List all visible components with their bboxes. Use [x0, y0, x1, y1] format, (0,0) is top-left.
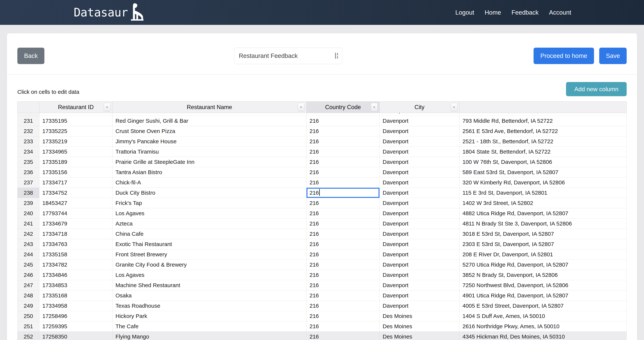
data-cell-id[interactable]: 17334763 — [39, 239, 112, 249]
data-cell-address[interactable]: 100 W 76th St, Davenport, IA 52806 — [460, 157, 627, 167]
data-cell-city[interactable]: Davenport — [380, 249, 460, 260]
data-cell-name[interactable]: Crust Stone Oven Pizza — [112, 126, 306, 136]
data-cell-address[interactable]: 115 E 3rd St, Davenport, IA 52801 — [460, 188, 627, 198]
column-header-restaurant-id[interactable]: Restaurant ID▼ — [39, 101, 112, 113]
data-cell-name[interactable]: Osaka — [112, 290, 306, 301]
data-cell-address[interactable]: 4882 Utica Ridge Rd, Davenport, IA 52807 — [460, 208, 627, 219]
data-cell-country[interactable]: 216 — [306, 290, 380, 301]
data-cell-city[interactable]: Davenport — [380, 260, 460, 270]
data-cell-name[interactable]: Trattoria Tiramisu — [112, 147, 306, 157]
column-header-blank[interactable] — [460, 101, 627, 113]
data-cell-name[interactable]: Chick-fil-A — [112, 178, 306, 188]
data-cell-address[interactable]: 1402 W 3rd Street, IA 52802 — [460, 198, 627, 208]
data-cell-country[interactable]: 216 — [306, 157, 380, 167]
data-cell-address[interactable]: 793 Middle Rd, Bettendorf, IA 52722 — [460, 116, 627, 126]
nav-link-account[interactable]: Account — [549, 9, 571, 16]
data-cell-id[interactable]: 17335225 — [39, 126, 112, 136]
data-cell-city[interactable]: Davenport — [380, 178, 460, 188]
data-cell-country[interactable]: 216 — [306, 126, 380, 136]
data-cell-name[interactable]: Hickory Park — [112, 311, 306, 321]
data-cell-country[interactable]: 216 — [306, 311, 380, 321]
data-cell-country[interactable]: 216 — [306, 178, 380, 188]
data-cell-city[interactable]: Davenport — [380, 280, 460, 290]
data-cell-name[interactable]: Granite City Food & Brewery — [112, 260, 306, 270]
data-cell-city[interactable]: Davenport — [380, 219, 460, 229]
data-cell-city[interactable]: Des Moines — [380, 321, 460, 331]
data-cell-country[interactable]: 216 — [306, 239, 380, 249]
data-cell-address[interactable]: 2616 Northridge Pkwy, Ames, IA 50010 — [460, 321, 627, 331]
data-cell-name[interactable]: Texas Roadhouse — [112, 301, 306, 311]
data-cell-city[interactable]: Davenport — [380, 126, 460, 136]
proceed-to-home-button[interactable]: Proceed to home — [534, 48, 594, 64]
selected-editing-cell[interactable]: 216 — [306, 188, 380, 198]
data-cell-name[interactable]: Machine Shed Restaurant — [112, 280, 306, 290]
data-cell-city[interactable]: Davenport — [380, 270, 460, 280]
data-cell-id[interactable]: 17258350 — [39, 331, 112, 340]
data-cell-address[interactable]: 320 W Kimberly Rd, Davenport, IA 52806 — [460, 178, 627, 188]
data-cell-address[interactable]: 4811 N Brady St Ste 3, Davenport, IA 528… — [460, 219, 627, 229]
data-cell-country[interactable]: 216 — [306, 147, 380, 157]
data-cell-id[interactable]: 17334782 — [39, 260, 112, 270]
data-cell-address[interactable]: 589 East 53rd St, Davenport, IA 52807 — [460, 167, 627, 178]
data-cell-address[interactable]: 2303 E 53rd St, Davenport, IA 52807 — [460, 239, 627, 249]
data-cell-city[interactable]: Davenport — [380, 208, 460, 219]
data-cell-city[interactable]: Davenport — [380, 116, 460, 126]
data-cell-address[interactable]: 3018 E 53rd St, Davenport, IA 52807 — [460, 229, 627, 239]
data-cell-name[interactable]: Azteca — [112, 219, 306, 229]
column-header-country-code[interactable]: Country Code▼ — [306, 101, 380, 113]
data-cell-name[interactable]: Tantra Asian Bistro — [112, 167, 306, 178]
data-cell-country[interactable]: 216 — [306, 249, 380, 260]
filter-dropdown-icon[interactable]: ▼ — [371, 103, 378, 111]
data-cell-name[interactable]: Exotic Thai Restaurant — [112, 239, 306, 249]
data-cell-id[interactable]: 17335189 — [39, 157, 112, 167]
back-button[interactable]: Back — [17, 48, 44, 64]
data-cell-id[interactable]: 18453427 — [39, 198, 112, 208]
data-cell-country[interactable]: 216 — [306, 113, 380, 116]
data-cell-city[interactable]: Davenport — [380, 157, 460, 167]
data-cell-name[interactable]: Front Street Brewery — [112, 249, 306, 260]
data-cell-id[interactable]: 17334752 — [39, 188, 112, 198]
data-cell-city[interactable]: Davenport — [380, 113, 460, 116]
data-cell-city[interactable]: Davenport — [380, 290, 460, 301]
data-cell-name[interactable]: Red Ginger Sushi, Grill & Bar — [112, 116, 306, 126]
column-header-city[interactable]: City▼ — [380, 101, 460, 113]
data-cell-address[interactable]: 7250 Northwest Blvd, Davenport, IA 52806 — [460, 280, 627, 290]
data-cell-id[interactable]: 17334958 — [39, 301, 112, 311]
data-cell-address[interactable]: 2521 - 18th St., Bettendorf, IA 52722 — [460, 136, 627, 147]
data-cell-address[interactable]: 2561 E 53rd Ave, Bettendorf, IA 52722 — [460, 126, 627, 136]
data-cell-city[interactable]: Davenport — [380, 188, 460, 198]
data-cell-address[interactable]: 5270 Utica Ridge Rd, Davenport, IA 52807 — [460, 260, 627, 270]
data-cell-country[interactable]: 216 — [306, 260, 380, 270]
data-cell-country[interactable]: 216 — [306, 229, 380, 239]
data-cell-city[interactable]: Davenport — [380, 167, 460, 178]
data-cell-name[interactable]: Duck City Bistro — [112, 188, 306, 198]
data-cell-country[interactable]: 216 — [306, 321, 380, 331]
data-cell-country[interactable]: 216 — [306, 136, 380, 147]
data-cell-country[interactable]: 216 — [306, 167, 380, 178]
nav-link-logout[interactable]: Logout — [456, 9, 474, 16]
column-header-blank[interactable] — [17, 101, 39, 113]
data-cell-id[interactable]: 17259395 — [39, 321, 112, 331]
data-cell-name[interactable]: China Cafe — [112, 229, 306, 239]
data-cell-name[interactable]: The Cafe — [112, 321, 306, 331]
data-cell-address[interactable]: 4345 Hickman Rd, Des Moines, IA 50310 — [460, 331, 627, 340]
data-cell-name[interactable]: Frick's Tap — [112, 198, 306, 208]
data-cell-id[interactable]: 17334717 — [39, 178, 112, 188]
data-cell-id[interactable]: 17334846 — [39, 270, 112, 280]
data-cell-address[interactable]: 4005 E 53rd Street, Davenport, IA 52807 — [460, 301, 627, 311]
data-cell-city[interactable]: Davenport — [380, 301, 460, 311]
column-header-restaurant-name[interactable]: Restaurant Name▼ — [112, 101, 306, 113]
data-cell-id[interactable]: 17335195 — [39, 116, 112, 126]
nav-link-feedback[interactable]: Feedback — [512, 9, 538, 16]
data-cell-name[interactable]: Los Agaves — [112, 208, 306, 219]
filter-dropdown-icon[interactable]: ▼ — [298, 103, 304, 111]
data-cell-country[interactable]: 216 — [306, 208, 380, 219]
data-cell-country[interactable]: 216 — [306, 198, 380, 208]
filter-dropdown-icon[interactable]: ▼ — [104, 103, 110, 111]
data-cell-id[interactable]: 17334718 — [39, 229, 112, 239]
data-cell-city[interactable]: Des Moines — [380, 311, 460, 321]
data-cell-id[interactable]: 17334853 — [39, 280, 112, 290]
filter-dropdown-icon[interactable]: ▼ — [451, 103, 458, 111]
data-cell-id[interactable]: 17258496 — [39, 311, 112, 321]
data-cell-city[interactable]: Davenport — [380, 198, 460, 208]
